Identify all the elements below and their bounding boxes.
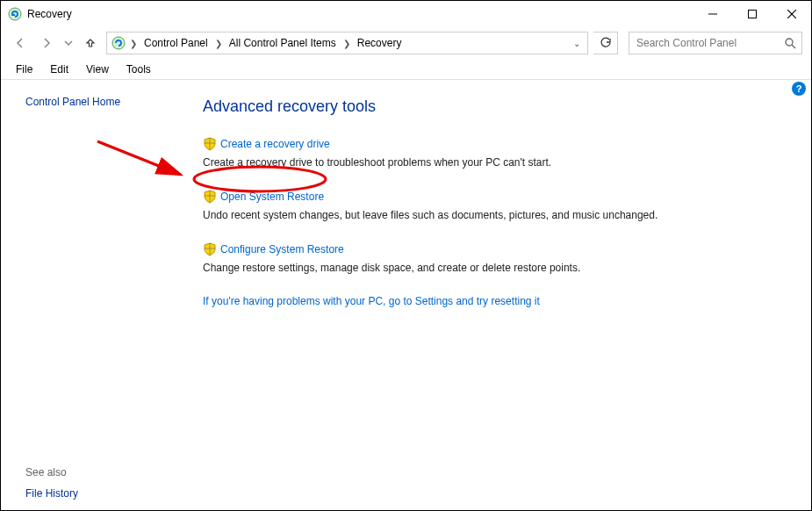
create-recovery-drive-link[interactable]: Create a recovery drive — [220, 138, 330, 150]
control-panel-home-link[interactable]: Control Panel Home — [25, 96, 168, 108]
svg-point-0 — [9, 8, 21, 20]
sidebar-spacer — [25, 108, 168, 466]
main-area: Control Panel Home See also File History… — [1, 80, 811, 510]
page-heading: Advanced recovery tools — [203, 97, 785, 116]
chevron-right-icon[interactable]: ❯ — [343, 39, 350, 48]
recent-locations-button[interactable] — [62, 32, 75, 54]
menu-file[interactable]: File — [8, 61, 40, 77]
window-title: Recovery — [27, 8, 72, 20]
search-icon[interactable] — [785, 38, 796, 49]
menu-bar: File Edit View Tools — [1, 59, 811, 80]
breadcrumb-recovery[interactable]: Recovery — [354, 37, 406, 49]
menu-edit[interactable]: Edit — [42, 61, 76, 77]
create-recovery-drive-desc: Create a recovery drive to troubleshoot … — [203, 155, 785, 170]
search-box[interactable] — [629, 32, 802, 54]
breadcrumb-control-panel[interactable]: Control Panel — [140, 37, 212, 49]
reset-pc-link[interactable]: If you're having problems with your PC, … — [203, 295, 540, 307]
content-area: Advanced recovery tools Create a recover… — [176, 80, 811, 510]
svg-line-7 — [792, 45, 795, 48]
file-history-link[interactable]: File History — [25, 487, 168, 500]
address-bar[interactable]: ❯ Control Panel ❯ All Control Panel Item… — [106, 32, 588, 54]
svg-point-5 — [112, 37, 125, 49]
forward-button[interactable] — [36, 32, 57, 54]
refresh-button[interactable] — [593, 32, 618, 54]
menu-view[interactable]: View — [78, 61, 117, 77]
recovery-icon — [8, 7, 22, 21]
maximize-button[interactable] — [732, 1, 772, 27]
svg-point-6 — [786, 39, 793, 46]
breadcrumb-all-items[interactable]: All Control Panel Items — [226, 37, 340, 49]
chevron-right-icon[interactable]: ❯ — [130, 39, 137, 48]
minimize-button[interactable] — [693, 1, 732, 27]
close-button[interactable] — [772, 1, 811, 27]
recovery-path-icon — [111, 35, 126, 51]
sidebar: Control Panel Home See also File History — [1, 80, 176, 510]
address-row: ❯ Control Panel ❯ All Control Panel Item… — [1, 27, 811, 59]
open-system-restore-link[interactable]: Open System Restore — [220, 191, 324, 203]
tool-open-system-restore: Open System Restore Undo recent system c… — [203, 190, 785, 223]
search-input[interactable] — [635, 36, 781, 50]
open-system-restore-desc: Undo recent system changes, but leave fi… — [203, 207, 785, 223]
back-button[interactable] — [10, 32, 31, 54]
shield-icon — [203, 242, 217, 256]
chevron-right-icon[interactable]: ❯ — [215, 39, 222, 48]
configure-system-restore-link[interactable]: Configure System Restore — [220, 243, 344, 256]
window-controls — [693, 1, 811, 27]
configure-system-restore-desc: Change restore settings, manage disk spa… — [203, 260, 785, 276]
titlebar: Recovery — [1, 1, 811, 27]
address-dropdown-icon[interactable]: ⌄ — [570, 39, 584, 48]
tool-configure-system-restore: Configure System Restore Change restore … — [203, 242, 785, 276]
menu-tools[interactable]: Tools — [119, 61, 159, 77]
shield-icon — [203, 190, 217, 204]
svg-rect-2 — [748, 11, 756, 18]
up-button[interactable] — [80, 32, 101, 54]
see-also-label: See also — [25, 466, 168, 479]
tool-create-recovery-drive: Create a recovery drive Create a recover… — [203, 137, 785, 170]
shield-icon — [203, 137, 217, 151]
